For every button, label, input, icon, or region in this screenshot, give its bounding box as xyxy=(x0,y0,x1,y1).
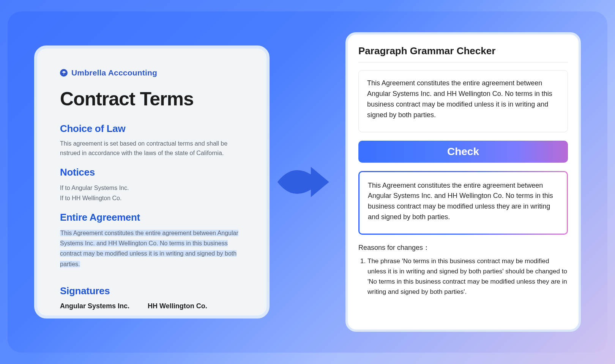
section-heading-law: Choice of Law xyxy=(60,123,244,135)
contract-document-card: ☂ Umbrella Acccounting Contract Terms Ch… xyxy=(34,46,270,318)
panel-title: Paragraph Grammar Checker xyxy=(358,45,568,63)
stage: ☂ Umbrella Acccounting Contract Terms Ch… xyxy=(8,11,607,353)
grammar-checker-panel: Paragraph Grammar Checker This Agreement… xyxy=(345,32,581,332)
document-title: Contract Terms xyxy=(60,88,244,110)
brand-row: ☂ Umbrella Acccounting xyxy=(60,68,244,77)
entire-agreement-highlighted[interactable]: This Agreement constitutes the entire ag… xyxy=(60,228,244,269)
section-heading-entire: Entire Agreement xyxy=(60,212,244,223)
reasons-label: Reasons for changes： xyxy=(358,243,568,252)
section-heading-signatures: Signatures xyxy=(60,285,244,297)
signature-name-2: HH Wellington Co. xyxy=(148,302,207,310)
grammar-output: This Agreement constitutes the entire ag… xyxy=(358,171,568,235)
arrow-right-icon xyxy=(277,159,330,205)
check-button[interactable]: Check xyxy=(358,141,568,163)
section-body-law: This agreement is set based on contractu… xyxy=(60,139,244,158)
reasons-list: The phrase 'No terms in this business co… xyxy=(358,256,568,297)
brand-name: Umbrella Acccounting xyxy=(71,68,157,77)
umbrella-logo-icon: ☂ xyxy=(60,69,68,77)
section-heading-notices: Notices xyxy=(60,166,244,178)
notice-line-2: If to HH Wellington Co. xyxy=(60,193,244,203)
grammar-input[interactable]: This Agreement constitutes the entire ag… xyxy=(358,70,568,132)
highlighted-text: This Agreement constitutes the entire ag… xyxy=(60,230,238,267)
notice-line-1: If to Angular Systems Inc. xyxy=(60,183,244,193)
signature-name-1: Angular Systems Inc. xyxy=(60,302,129,310)
signature-row: Angular Systems Inc. HH Wellington Co. xyxy=(60,302,244,310)
reason-item: The phrase 'No terms in this business co… xyxy=(367,256,568,297)
